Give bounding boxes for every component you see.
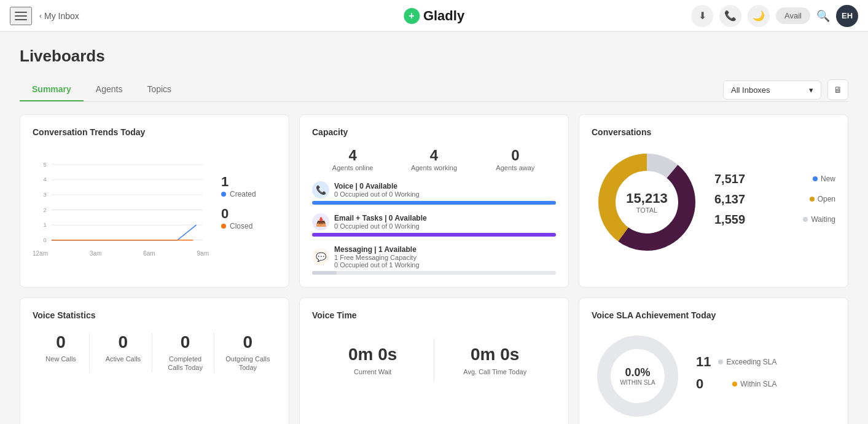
download-icon-button[interactable]: ⬇ bbox=[691, 5, 713, 27]
email-row-header: 📥 Email + Tasks | 0 Available 0 Occupied… bbox=[312, 213, 556, 230]
completed-calls-count: 0 bbox=[163, 332, 208, 352]
tab-right-controls: All Inboxes ▾ 🖥 bbox=[723, 79, 848, 100]
tab-list: Summary Agents Topics bbox=[20, 78, 184, 101]
email-icon: 📥 bbox=[312, 213, 329, 230]
trends-chart-svg: 5 4 3 2 1 0 bbox=[33, 147, 209, 245]
chart-label-12am: 12am bbox=[33, 250, 48, 257]
active-calls-count: 0 bbox=[101, 332, 145, 352]
voice-time-title: Voice Time bbox=[312, 310, 556, 320]
exceeding-sla-text: Exceeding SLA bbox=[726, 358, 776, 366]
agents-online-stat: 4 Agents online bbox=[312, 147, 393, 171]
exceeding-sla-count: 11 bbox=[696, 354, 711, 370]
created-stat: 1 Created bbox=[221, 174, 276, 198]
voice-row-info: Voice | 0 Available 0 Occupied out of 0 … bbox=[334, 182, 420, 198]
within-sla-label: Within SLA bbox=[732, 380, 776, 388]
closed-stat: 0 Closed bbox=[221, 206, 276, 230]
monitor-icon-button[interactable]: 🖥 bbox=[827, 79, 848, 100]
within-sla-dot bbox=[732, 382, 737, 387]
sla-stats: 11 Exceeding SLA 0 Within SLA bbox=[696, 354, 777, 398]
agents-working-label: Agents working bbox=[393, 164, 474, 171]
chart-label-9am: 9am bbox=[197, 250, 209, 257]
conversations-donut-container: 15,213 TOTAL bbox=[592, 147, 702, 257]
agents-away-stat: 0 Agents away bbox=[475, 147, 556, 171]
availability-button[interactable]: Avail bbox=[776, 7, 810, 24]
avg-call-time-label: Avg. Call Time Today bbox=[440, 368, 550, 375]
page-title: Liveboards bbox=[20, 47, 848, 66]
logo-text: Gladly bbox=[423, 8, 464, 24]
email-row-title: Email + Tasks | 0 Available bbox=[334, 214, 427, 222]
conversations-total-label: TOTAL bbox=[626, 206, 667, 214]
avg-call-time-stat: 0m 0s Avg. Call Time Today bbox=[434, 339, 557, 382]
chevron-down-icon: ▾ bbox=[809, 85, 813, 95]
waiting-label: Waiting bbox=[803, 215, 835, 224]
header-right: ⬇ 📞 🌙 Avail 🔍 EH bbox=[691, 5, 858, 27]
outgoing-calls-count: 0 bbox=[225, 332, 270, 352]
outgoing-calls-stat: 0 Outgoing Calls Today bbox=[219, 332, 276, 372]
messaging-bar-fill bbox=[312, 271, 337, 275]
header-center: + Gladly bbox=[404, 8, 464, 24]
search-button[interactable]: 🔍 bbox=[816, 9, 830, 23]
capacity-card: Capacity 4 Agents online 4 Agents workin… bbox=[299, 114, 569, 288]
svg-text:2: 2 bbox=[43, 207, 46, 213]
svg-text:0: 0 bbox=[43, 237, 46, 243]
svg-text:5: 5 bbox=[43, 162, 46, 168]
capacity-card-title: Capacity bbox=[312, 127, 556, 137]
back-link[interactable]: ‹ My Inbox bbox=[39, 11, 79, 21]
voice-bar-bg bbox=[312, 201, 556, 205]
voice-sla-card: Voice SLA Achievement Today 0.0% WITHIN … bbox=[579, 297, 848, 424]
header: ‹ My Inbox + Gladly ⬇ 📞 🌙 Avail 🔍 EH bbox=[0, 0, 868, 32]
created-dot bbox=[221, 192, 226, 197]
tab-topics[interactable]: Topics bbox=[135, 78, 184, 101]
svg-text:3: 3 bbox=[43, 192, 46, 198]
tab-agents[interactable]: Agents bbox=[84, 78, 135, 101]
conversations-card-title: Conversations bbox=[592, 127, 835, 137]
exceeding-sla-label: Exceeding SLA bbox=[718, 358, 776, 366]
email-bar-fill bbox=[312, 233, 556, 237]
closed-label-text: Closed bbox=[230, 222, 252, 230]
capacity-header: 4 Agents online 4 Agents working 0 Agent… bbox=[312, 147, 556, 171]
moon-icon-button[interactable]: 🌙 bbox=[748, 5, 770, 27]
completed-calls-stat: 0 Completed Calls Today bbox=[157, 332, 214, 372]
tabs-container: Summary Agents Topics All Inboxes ▾ 🖥 bbox=[20, 78, 848, 102]
voice-row-sub: 0 Occupied out of 0 Working bbox=[334, 190, 420, 198]
agents-working-stat: 4 Agents working bbox=[393, 147, 474, 171]
phone-icon-button[interactable]: 📞 bbox=[719, 5, 741, 27]
conversations-stats: 7,517 New 6,137 Open 1 bbox=[714, 172, 835, 233]
new-label: New bbox=[813, 175, 835, 183]
exceeding-sla-row: 11 Exceeding SLA bbox=[696, 354, 777, 370]
trends-chart-area: 5 4 3 2 1 0 12am 3am 6am bbox=[33, 147, 209, 257]
waiting-label-text: Waiting bbox=[811, 215, 835, 224]
voice-time-content: 0m 0s Current Wait 0m 0s Avg. Call Time … bbox=[312, 339, 556, 382]
voice-row-header: 📞 Voice | 0 Available 0 Occupied out of … bbox=[312, 181, 556, 198]
tab-summary[interactable]: Summary bbox=[20, 78, 84, 101]
voice-sla-title: Voice SLA Achievement Today bbox=[592, 310, 835, 320]
logo: + Gladly bbox=[404, 8, 464, 24]
chart-label-6am: 6am bbox=[143, 250, 155, 257]
agents-online-count: 4 bbox=[312, 147, 393, 164]
back-chevron-icon: ‹ bbox=[39, 12, 42, 20]
header-left: ‹ My Inbox bbox=[10, 7, 79, 25]
open-count: 6,137 bbox=[714, 192, 745, 206]
voice-icon: 📞 bbox=[312, 181, 329, 198]
chart-label-3am: 3am bbox=[90, 250, 101, 257]
voice-time-card: Voice Time 0m 0s Current Wait 0m 0s Avg.… bbox=[299, 297, 569, 424]
current-wait-stat: 0m 0s Current Wait bbox=[312, 339, 434, 382]
sla-donut-label: 0.0% WITHIN SLA bbox=[620, 366, 655, 386]
within-sla-text: Within SLA bbox=[740, 380, 776, 388]
main-content: Liveboards Summary Agents Topics All Inb… bbox=[0, 32, 868, 424]
capacity-rows: 📞 Voice | 0 Available 0 Occupied out of … bbox=[312, 181, 556, 275]
inbox-select-dropdown[interactable]: All Inboxes ▾ bbox=[723, 80, 821, 100]
completed-calls-label: Completed Calls Today bbox=[163, 355, 208, 372]
new-dot bbox=[813, 176, 818, 181]
avg-call-time-value: 0m 0s bbox=[440, 345, 550, 364]
messaging-row-info: Messaging | 1 Available 1 Free Messaging… bbox=[334, 245, 420, 269]
hamburger-menu[interactable] bbox=[10, 7, 32, 25]
email-row-info: Email + Tasks | 0 Available 0 Occupied o… bbox=[334, 214, 427, 230]
new-calls-count: 0 bbox=[39, 332, 83, 352]
chart-x-labels: 12am 3am 6am 9am bbox=[33, 250, 209, 257]
new-count: 7,517 bbox=[714, 172, 745, 186]
messaging-row-sub2: 0 Occupied out of 1 Working bbox=[334, 261, 420, 269]
conversation-trends-card: Conversation Trends Today 5 4 3 bbox=[20, 114, 289, 288]
messaging-capacity-row: 💬 Messaging | 1 Available 1 Free Messagi… bbox=[312, 245, 556, 275]
avatar[interactable]: EH bbox=[836, 5, 858, 27]
